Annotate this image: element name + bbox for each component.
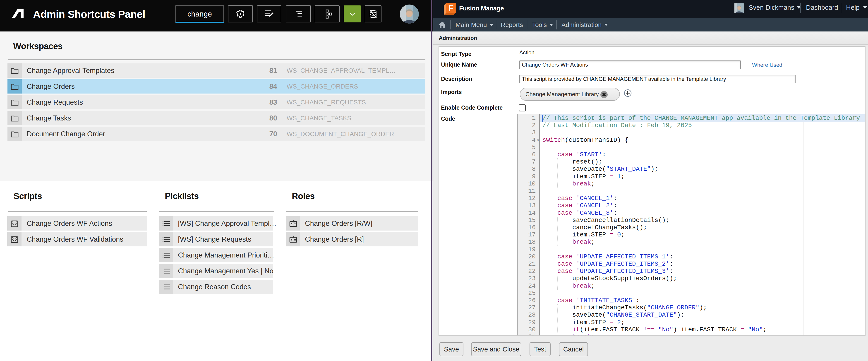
svg-text:F: F xyxy=(448,4,454,13)
